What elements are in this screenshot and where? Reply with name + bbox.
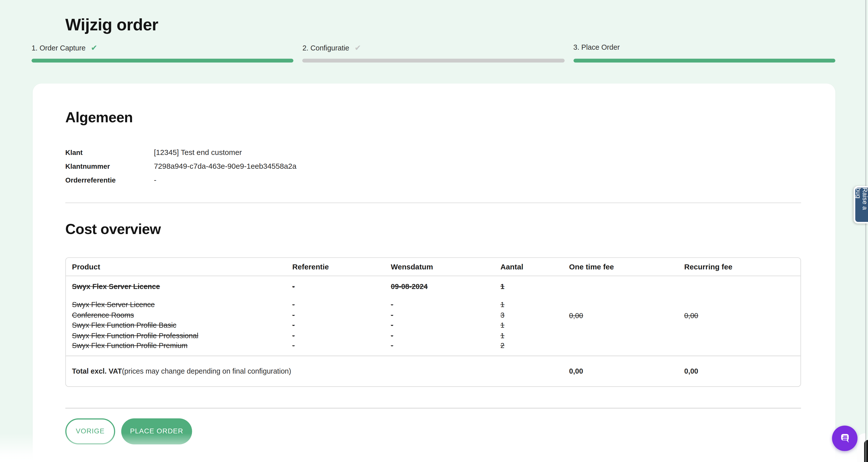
total-row: Total excl. VAT(prices may change depend… xyxy=(66,355,800,386)
previous-button[interactable]: VORIGE xyxy=(65,418,115,444)
sub-wensdatum: - xyxy=(391,310,500,320)
main-product-name: Swyx Flex Server Licence xyxy=(72,280,292,293)
sub-aantal: 2 xyxy=(501,341,569,351)
referentie-column: - - - - - - xyxy=(292,280,391,351)
actions-divider xyxy=(65,407,801,408)
product-group-row: Swyx Flex Server Licence Swyx Flex Serve… xyxy=(66,276,800,355)
wensdatum-column: 09-08-2024 - - - - - xyxy=(391,280,500,351)
sub-aantal: 3 xyxy=(501,310,569,320)
raise-a-bug-tab[interactable]: Raise a bug xyxy=(854,186,868,224)
field-klantnummer: Klantnummer 7298a949-c7da-463e-90e9-1eeb… xyxy=(65,159,801,173)
main-aantal: 1 xyxy=(501,280,569,293)
progress-bar-step-2 xyxy=(302,59,564,63)
cost-overview-heading: Cost overview xyxy=(65,221,801,237)
sub-wensdatum: - xyxy=(391,300,500,310)
field-orderreferentie: Orderreferentie - xyxy=(65,173,801,187)
field-label: Orderreferentie xyxy=(65,176,154,184)
order-page: Wijzig order 1. Order Capture ✔ 2. Confi… xyxy=(0,0,868,462)
total-label-note: (prices may change depending on final co… xyxy=(122,367,291,375)
column-header-referentie: Referentie xyxy=(292,263,391,271)
sub-aantal: 1 xyxy=(501,320,569,331)
stepper: 1. Order Capture ✔ 2. Configuratie ✔ 3. … xyxy=(0,43,868,53)
cost-table-header: Product Referentie Wensdatum Aantal One … xyxy=(66,258,800,276)
sub-referentie: - xyxy=(292,341,391,351)
progress-bar-step-3 xyxy=(574,59,835,63)
group-one-time-fee: 0,00 xyxy=(569,280,684,351)
step-label: 2. Configuratie xyxy=(302,44,349,52)
sub-referentie: - xyxy=(292,300,391,310)
cost-table: Product Referentie Wensdatum Aantal One … xyxy=(65,257,801,387)
column-header-recurring-fee: Recurring fee xyxy=(684,263,800,271)
total-one-time-fee: 0,00 xyxy=(569,367,684,375)
product-column: Swyx Flex Server Licence Swyx Flex Serve… xyxy=(66,280,292,351)
scrollbar-edge[interactable] xyxy=(865,0,866,462)
total-recurring-fee: 0,00 xyxy=(684,367,800,375)
sub-product-name: Swyx Flex Function Profile Basic xyxy=(72,320,292,331)
field-value: - xyxy=(154,176,801,184)
sub-product-name: Swyx Flex Server Licence xyxy=(72,300,292,310)
step-label: 1. Order Capture xyxy=(32,44,86,52)
group-recurring-fee: 0,00 xyxy=(684,280,800,351)
step-configuratie[interactable]: 2. Configuratie ✔ xyxy=(302,43,564,53)
page-title: Wijzig order xyxy=(65,15,868,35)
field-value: [12345] Test end customer xyxy=(154,148,801,157)
sub-product-name: Swyx Flex Function Profile Professional xyxy=(72,331,292,341)
action-buttons: VORIGE PLACE ORDER xyxy=(65,418,801,444)
section-divider xyxy=(65,203,801,203)
sub-referentie: - xyxy=(292,320,391,331)
sub-wensdatum: - xyxy=(391,331,500,341)
chat-bubble-icon xyxy=(836,430,853,447)
step-label: 3. Place Order xyxy=(574,43,620,52)
chat-launcher-button[interactable] xyxy=(832,426,858,451)
sub-wensdatum: - xyxy=(391,320,500,331)
stepper-progress xyxy=(0,59,868,63)
step-place-order[interactable]: 3. Place Order xyxy=(574,43,835,53)
column-header-aantal: Aantal xyxy=(501,263,569,271)
sub-wensdatum: - xyxy=(391,341,500,351)
sub-product-name: Conference Rooms xyxy=(72,310,292,320)
check-icon: ✔ xyxy=(91,43,97,52)
column-header-wensdatum: Wensdatum xyxy=(391,263,500,271)
column-header-product: Product xyxy=(66,263,292,271)
check-icon: ✔ xyxy=(354,43,361,52)
field-label: Klant xyxy=(65,149,154,156)
sub-aantal: 1 xyxy=(501,331,569,341)
field-label: Klantnummer xyxy=(65,162,154,170)
page-header: Wijzig order 1. Order Capture ✔ 2. Confi… xyxy=(0,0,868,63)
sub-referentie: - xyxy=(292,310,391,320)
general-section-heading: Algemeen xyxy=(65,109,801,126)
place-order-button[interactable]: PLACE ORDER xyxy=(121,418,192,444)
general-fields: Klant [12345] Test end customer Klantnum… xyxy=(65,146,801,187)
order-summary-card: Algemeen Klant [12345] Test end customer… xyxy=(33,84,835,462)
main-wensdatum: 09-08-2024 xyxy=(391,280,500,293)
aantal-column: 1 1 3 1 1 2 xyxy=(501,280,569,351)
sub-referentie: - xyxy=(292,331,391,341)
sub-aantal: 1 xyxy=(501,300,569,310)
column-header-one-time-fee: One time fee xyxy=(569,263,684,271)
total-label-bold: Total excl. VAT xyxy=(72,367,122,375)
field-klant: Klant [12345] Test end customer xyxy=(65,146,801,159)
progress-bar-step-1 xyxy=(32,59,293,63)
total-label: Total excl. VAT(prices may change depend… xyxy=(66,367,569,375)
field-value: 7298a949-c7da-463e-90e9-1eeb34558a2a xyxy=(154,162,801,171)
main-referentie: - xyxy=(292,280,391,293)
step-order-capture[interactable]: 1. Order Capture ✔ xyxy=(32,43,293,53)
sub-product-name: Swyx Flex Function Profile Premium xyxy=(72,341,292,351)
